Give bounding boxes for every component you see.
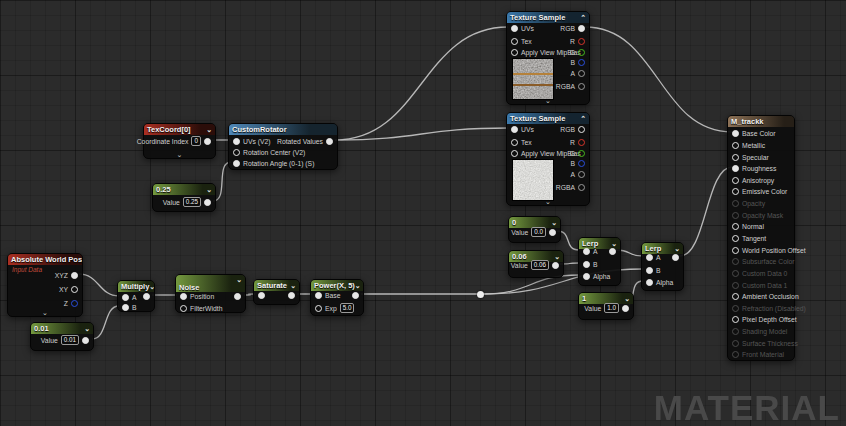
a-pin[interactable] [578, 171, 585, 178]
node-m-trackk[interactable]: M_trackkBase ColorMetallicSpecularRoughn… [727, 115, 795, 361]
wire-const-0-01-out--multiply-b[interactable] [92, 306, 119, 339]
wire-custom-rotator-rotated-values--texture-sample-2-uvs[interactable] [335, 128, 508, 140]
rotated-values-pin[interactable] [326, 138, 333, 145]
value-box[interactable]: 0.01 [61, 335, 79, 345]
rgba-pin[interactable] [578, 83, 585, 90]
rotation-angle-0-1-s-pin[interactable] [233, 160, 240, 167]
node-header[interactable]: Texture Sample⌃ [507, 12, 589, 23]
pin-pin[interactable] [352, 292, 359, 299]
a-pin[interactable] [646, 254, 653, 261]
b-pin[interactable] [583, 261, 590, 268]
emissive-color-pin[interactable] [732, 188, 739, 195]
b-pin[interactable] [646, 267, 653, 274]
value-pin[interactable] [552, 262, 559, 269]
wire-lerp-2-out--m-trackk-roughness[interactable] [680, 167, 732, 256]
reroute-node[interactable] [477, 291, 484, 298]
g-pin[interactable] [578, 49, 585, 56]
pin-pin[interactable] [672, 254, 679, 261]
g-pin[interactable] [578, 150, 585, 157]
node-const-0-01[interactable]: 0.01⌄Value0.01 [30, 322, 94, 351]
rgb-pin[interactable] [578, 126, 585, 133]
node-header[interactable]: TexCoord[0]⌄ [144, 124, 215, 135]
node-const-0[interactable]: 0⌄Value0.0 [508, 216, 561, 243]
shading-model-pin[interactable] [732, 328, 739, 335]
collapse-chevron-icon[interactable]: ⌄ [624, 295, 630, 303]
node-custom-rotator[interactable]: CustomRotatorUVs (V2)Rotation Center (V2… [228, 123, 338, 170]
collapse-chevron-icon[interactable]: ⌃ [580, 14, 586, 22]
exp-pin[interactable] [315, 305, 322, 312]
alpha-pin[interactable] [583, 273, 590, 280]
base-color-pin[interactable] [732, 130, 739, 137]
custom-data-1-pin[interactable] [732, 282, 739, 289]
collapse-chevron-icon[interactable]: ⌄ [149, 283, 154, 291]
collapse-chevron-icon[interactable]: ⌄ [355, 282, 361, 290]
value-pin[interactable] [549, 229, 556, 236]
collapse-chevron-icon[interactable]: ⌄ [84, 325, 90, 333]
tangent-pin[interactable] [732, 235, 739, 242]
value-pin[interactable] [82, 337, 89, 344]
roughness-pin[interactable] [732, 165, 739, 172]
world-position-offset-pin[interactable] [732, 247, 739, 254]
expand-chevron-icon[interactable]: ⌄ [8, 309, 82, 316]
uvs-pin[interactable] [511, 25, 518, 32]
node-noise[interactable]: NoiseGradient - Computational⌄PositionFi… [175, 274, 246, 313]
pin-pin[interactable] [143, 293, 150, 300]
anisotropy-pin[interactable] [732, 177, 739, 184]
node-header[interactable]: Texture Sample⌃ [507, 113, 589, 124]
metallic-pin[interactable] [732, 142, 739, 149]
pin-pin[interactable] [258, 292, 265, 299]
wire-absolute-world-position-xyz--multiply-a[interactable] [79, 274, 119, 296]
rgba-pin[interactable] [578, 184, 585, 191]
node-header[interactable]: Absolute World Position⌄ [8, 254, 82, 265]
collapse-chevron-icon[interactable]: ⌃ [580, 115, 586, 123]
opacity-pin[interactable] [732, 200, 739, 207]
uvs-v2-pin[interactable] [233, 138, 240, 145]
apply-view-mipbias-pin[interactable] [511, 150, 518, 157]
node-header[interactable]: 0.01⌄ [31, 323, 93, 334]
node-header[interactable]: CustomRotator [229, 124, 337, 135]
normal-pin[interactable] [732, 223, 739, 230]
node-power[interactable]: Power(X, 5)⌄BaseExp5.0 [310, 279, 364, 316]
b-pin[interactable] [578, 59, 585, 66]
value-pin[interactable] [204, 199, 211, 206]
coordinate-index-pin[interactable] [204, 138, 211, 145]
node-multiply[interactable]: Multiply⌄AB [117, 280, 155, 312]
material-graph-canvas[interactable]: Texture Sample⌃UVsTexApply View MipBiasR… [0, 0, 846, 426]
tex-pin[interactable] [511, 139, 518, 146]
front-material-pin[interactable] [732, 351, 739, 358]
subsurface-color-pin[interactable] [732, 258, 739, 265]
custom-data-0-pin[interactable] [732, 270, 739, 277]
wire-custom-rotator-rotated-values--texture-sample-1-uvs[interactable] [335, 27, 508, 140]
node-texture-sample-2[interactable]: Texture Sample⌃UVsTexApply View MipBiasR… [506, 112, 590, 206]
wire-texture-sample-1-rgb--m-trackk-base-color[interactable] [585, 27, 732, 132]
node-lerp-2[interactable]: Lerp⌄ABAlpha [641, 242, 684, 291]
ambient-occlusion-pin[interactable] [732, 293, 739, 300]
r-pin[interactable] [578, 139, 585, 146]
opacity-mask-pin[interactable] [732, 212, 739, 219]
z-pin[interactable] [71, 300, 78, 307]
base-pin[interactable] [315, 292, 322, 299]
node-header[interactable]: NoiseGradient - Computational⌄ [176, 275, 245, 292]
r-pin[interactable] [578, 38, 585, 45]
pin-pin[interactable] [609, 248, 616, 255]
collapse-chevron-icon[interactable]: ⌄ [236, 276, 242, 284]
pin-pin[interactable] [288, 292, 295, 299]
a-pin[interactable] [122, 294, 129, 301]
uvs-pin[interactable] [511, 126, 518, 133]
expand-chevron-icon[interactable]: ⌄ [507, 198, 589, 205]
collapse-chevron-icon[interactable]: ⌄ [206, 186, 212, 194]
node-texture-sample-1[interactable]: Texture Sample⌃UVsTexApply View MipBiasR… [506, 11, 590, 105]
node-absolute-world-position[interactable]: Absolute World Position⌄Input DataXYZXYZ… [7, 253, 83, 317]
node-header[interactable]: 0.25⌄ [153, 184, 215, 195]
a-pin[interactable] [578, 70, 585, 77]
node-saturate[interactable]: Saturate⌄ [253, 279, 300, 305]
node-const-1[interactable]: 1⌄Value1.0 [578, 292, 634, 320]
pixel-depth-offset-pin[interactable] [732, 316, 739, 323]
apply-view-mipbias-pin[interactable] [511, 49, 518, 56]
value-box[interactable]: 5.0 [340, 303, 355, 313]
rgb-pin[interactable] [578, 25, 585, 32]
value-box[interactable]: 0.25 [183, 197, 201, 207]
pin-pin[interactable] [234, 293, 241, 300]
surface-thickness-pin[interactable] [732, 340, 739, 347]
b-pin[interactable] [578, 160, 585, 167]
